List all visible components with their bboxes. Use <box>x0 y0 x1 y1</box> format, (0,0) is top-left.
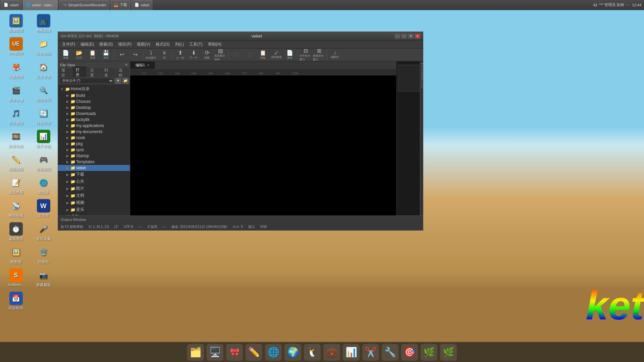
tree-item-spot[interactable]: ▶ 📁 spot <box>58 147 130 153</box>
toolbar-new[interactable]: 📄 新建 <box>59 49 72 61</box>
desktop-icon-wiki[interactable]: 📝 桌面维基 <box>3 175 29 196</box>
bottom-icon-globe1[interactable]: 🌐 <box>265 344 282 361</box>
editor-tab-1[interactable]: 编辑1 ✕ <box>130 62 155 69</box>
bottom-icon-chart[interactable]: 📊 <box>343 344 360 361</box>
toolbar-close-file[interactable]: 📋 关闭 <box>86 49 99 61</box>
desktop-icon-net-tv[interactable]: 📡 网络电视 <box>3 198 29 220</box>
toolbar-hsplit[interactable]: ⊟ 水平折分窗口 <box>299 49 312 61</box>
file-view-refresh-btn[interactable]: ▼ <box>115 78 121 84</box>
file-view-folder-btn[interactable]: 📁 <box>122 78 128 84</box>
tree-item-build[interactable]: ▶ 📁 Build <box>58 93 130 99</box>
desktop-icon-music[interactable]: 🎵 音乐播放 <box>3 105 29 127</box>
toolbar-next[interactable]: ⬇ 下一个 <box>187 49 200 61</box>
desktop-icon-tv[interactable]: 📺 电视直播 <box>31 13 56 35</box>
bottom-icon-linux[interactable]: 🐧 <box>304 344 321 361</box>
menu-help[interactable]: 帮助(H) <box>205 41 224 48</box>
toolbar-funclist[interactable]: 𝑓 函数列 <box>328 49 341 61</box>
toolbar-replace[interactable]: ⟳ 替换 <box>201 49 213 61</box>
desktop-icon-screenshot[interactable]: 📷 屏幕截取 <box>31 267 56 289</box>
menu-tools[interactable]: 工具(T) <box>186 41 205 48</box>
ue-restore-btn[interactable]: ⧉ <box>408 34 414 39</box>
menu-search[interactable]: 搜索(S) <box>97 41 115 48</box>
toolbar-redo[interactable]: ↪ <box>129 49 142 61</box>
tree-item-startup[interactable]: ▶ 📁 Startup <box>58 153 130 159</box>
menu-file[interactable]: 文件(F) <box>59 41 78 48</box>
desktop-icon-image-process[interactable]: 🖼️ 图像处理 <box>3 13 29 35</box>
menu-project[interactable]: 项目(P) <box>115 41 134 48</box>
tree-item-noob[interactable]: ▶ 📁 noob <box>58 135 130 141</box>
menu-column[interactable]: 列(L) <box>172 41 187 48</box>
tree-item-gonggong[interactable]: ▶ 📁 公共 <box>58 178 130 185</box>
desktop-icon-screen-record[interactable]: 🎬 屏幕录像 <box>3 82 29 104</box>
tree-item-yinyue[interactable]: ▶ 📁 音乐 <box>58 206 130 213</box>
tree-item-tupian[interactable]: ▶ 📁 图片 <box>58 185 130 192</box>
desktop-icon-browse[interactable]: 🔍 浏览处理 <box>31 82 56 104</box>
bottom-icon-globe2[interactable]: 🌍 <box>284 344 301 361</box>
tree-item-zhuomian[interactable]: ▶ 📁 桌面 <box>58 213 130 216</box>
bottom-icon-monitor[interactable]: 🖥️ <box>207 344 223 361</box>
bottom-icon-briefcase[interactable]: 💼 <box>323 344 340 361</box>
menu-view[interactable]: 视图(V) <box>134 41 153 48</box>
tree-item-choices[interactable]: ▶ 📁 Choices <box>58 99 130 105</box>
desktop-icon-ultraedit[interactable]: UE UltraEdit <box>3 36 29 58</box>
taskbar-app-5[interactable]: 📄 veket <box>131 0 152 10</box>
taskbar-app-2[interactable]: 🌐 veket · veke... <box>23 0 58 10</box>
taskbar-app-4[interactable]: 📥 下载 <box>111 0 130 10</box>
desktop-icon-sync-time[interactable]: 📅 同步时间 <box>3 290 29 312</box>
bottom-icon-leaf2[interactable]: 🌿 <box>440 344 457 361</box>
toolbar-btn5[interactable]: ⬛ <box>230 49 243 61</box>
desktop-icon-convert1[interactable]: 🔄 转移影音 <box>31 105 56 127</box>
bottom-icon-pencil[interactable]: ✏️ <box>246 344 262 361</box>
bottom-icon-wrench[interactable]: 🔧 <box>382 344 398 361</box>
desktop-icon-convert2[interactable]: 🎞️ 影音转换 <box>3 128 29 150</box>
bottom-icon-files[interactable]: 🗂️ <box>187 344 204 361</box>
bottom-icon-scissors[interactable]: ✂️ <box>362 344 379 361</box>
tree-item-my-documents[interactable]: ▶ 📁 my-documents <box>58 129 130 135</box>
desktop-icon-img-change[interactable]: 🖼️ 换图圆 <box>3 244 29 266</box>
desktop-icon-music-capture[interactable]: 🎤 音乐采集 <box>31 221 56 243</box>
tree-item-pkg[interactable]: ▶ 📁 pkg <box>58 141 130 147</box>
desktop-icon-sublime[interactable]: S Sublime... <box>3 267 29 289</box>
toolbar-copy[interactable]: 📄 复制 <box>283 49 296 61</box>
desktop-icon-browser[interactable]: 🌐 浏览器 <box>31 175 56 196</box>
ue-close-btn[interactable]: ✕ <box>415 34 420 39</box>
tree-item-templates[interactable]: ▶ 📁 Templates <box>58 159 130 165</box>
tree-item-downloads[interactable]: ▶ 📁 Downloads <box>58 111 130 117</box>
desktop-icon-firefox[interactable]: 🦊 火狐浏览 <box>3 59 29 81</box>
ue-maximize-btn[interactable]: □ <box>401 34 407 39</box>
toolbar-col[interactable]: ≡ 列 <box>158 49 171 61</box>
desktop-icon-spreadsheet[interactable]: 📊 电子表格 <box>31 128 56 150</box>
bottom-icon-dart[interactable]: 🎯 <box>401 344 418 361</box>
taskbar-app-1[interactable]: 📄 veket <box>1 0 21 10</box>
toolbar-prev[interactable]: ⬆ 上一步 <box>174 49 186 61</box>
tree-item-xiazai[interactable]: ▶ 📁 下载 <box>58 171 130 178</box>
toolbar-undo[interactable]: ↩ <box>115 49 128 61</box>
desktop-icon-game[interactable]: 🎮 游戏模拟 <box>31 152 56 173</box>
file-filter-select[interactable]: 所有文件 (*) <box>59 78 114 84</box>
menu-format[interactable]: 格式(O) <box>153 41 172 48</box>
ue-minimize-btn[interactable]: ─ <box>395 34 400 39</box>
bottom-icon-leaf1[interactable]: 🌿 <box>421 344 437 361</box>
toolbar-highlight[interactable]: ▤ 高亮显示所有 <box>214 49 227 61</box>
toolbar-btn6[interactable]: ⬛ <box>243 49 256 61</box>
bottom-icon-girl[interactable]: 🎀 <box>226 344 243 361</box>
taskbar-app-3[interactable]: 📹 SimpleScreenRecorder <box>59 0 109 10</box>
editor-content[interactable] <box>130 75 396 216</box>
menu-edit[interactable]: 编辑(E) <box>78 41 97 48</box>
desktop-icon-recycle[interactable]: 🗑️ 回收站 <box>31 244 56 266</box>
editor-tab-close-icon[interactable]: ✕ <box>147 63 150 67</box>
tree-item-veket[interactable]: ▶ 📁 veket <box>58 165 130 171</box>
desktop-icon-filesystem[interactable]: 📁 文件系统 <box>31 36 56 58</box>
toolbar-save[interactable]: 💾 保存 <box>100 49 112 61</box>
desktop-icon-advanced-edit[interactable]: ✏️ 高级编辑 <box>3 152 29 173</box>
tree-item-desktop[interactable]: ▶ 📁 Desktop <box>58 105 130 111</box>
tree-item-shipin[interactable]: ▶ 📁 视频 <box>58 199 130 206</box>
tree-item-home[interactable]: ▼ 📁 Home目录 <box>58 85 130 93</box>
toolbar-paste[interactable]: 📋 剪贴 <box>257 49 269 61</box>
desktop-icon-desktop-status[interactable]: ⏱️ 桌面状态 <box>3 221 29 243</box>
desktop-icon-writer[interactable]: W 文字理 <box>31 198 56 220</box>
toolbar-vsplit[interactable]: ⊞ 垂直折分窗口 <box>313 49 325 61</box>
desktop-icon-home[interactable]: 🏠 主文件夹 <box>31 59 56 81</box>
tree-item-my-applications[interactable]: ▶ 📁 my-applications <box>58 123 130 129</box>
toolbar-autowrap[interactable]: ⤵ 自动换行 <box>145 49 157 61</box>
